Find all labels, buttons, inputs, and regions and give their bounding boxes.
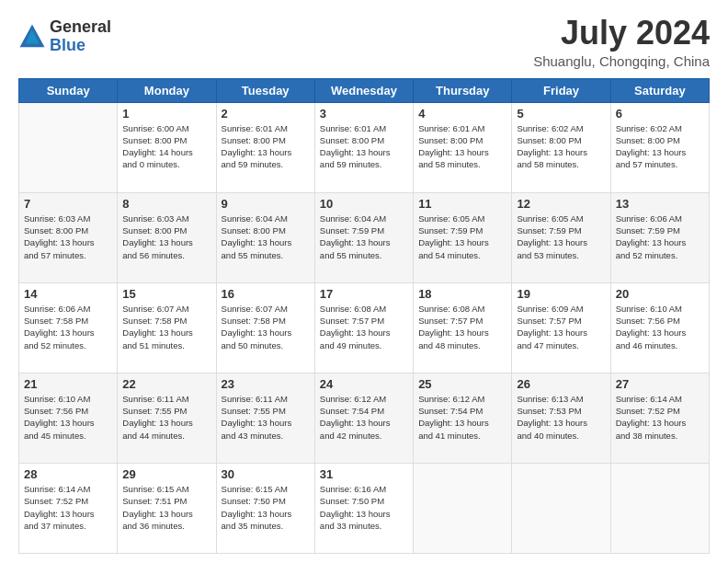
day-number: 28 (24, 467, 112, 481)
col-saturday: Saturday (610, 78, 709, 102)
table-row: 18Sunrise: 6:08 AM Sunset: 7:57 PM Dayli… (414, 282, 512, 373)
day-info: Sunrise: 6:05 AM Sunset: 7:59 PM Dayligh… (517, 213, 605, 261)
day-info: Sunrise: 6:08 AM Sunset: 7:57 PM Dayligh… (320, 303, 408, 351)
day-info: Sunrise: 6:07 AM Sunset: 7:58 PM Dayligh… (122, 303, 210, 351)
day-info: Sunrise: 6:14 AM Sunset: 7:52 PM Dayligh… (24, 483, 112, 532)
table-row (512, 463, 610, 553)
day-info: Sunrise: 6:01 AM Sunset: 8:00 PM Dayligh… (222, 122, 310, 171)
day-info: Sunrise: 6:00 AM Sunset: 8:00 PM Dayligh… (122, 122, 210, 171)
table-row: 1Sunrise: 6:00 AM Sunset: 8:00 PM Daylig… (118, 102, 216, 192)
table-row (414, 463, 512, 553)
day-number: 24 (320, 377, 408, 391)
table-row: 16Sunrise: 6:07 AM Sunset: 7:58 PM Dayli… (216, 282, 314, 373)
table-row: 30Sunrise: 6:15 AM Sunset: 7:50 PM Dayli… (216, 463, 314, 553)
day-info: Sunrise: 6:10 AM Sunset: 7:56 PM Dayligh… (616, 303, 704, 351)
logo-icon (18, 23, 46, 51)
col-wednesday: Wednesday (314, 78, 413, 102)
table-row: 12Sunrise: 6:05 AM Sunset: 7:59 PM Dayli… (512, 192, 610, 282)
col-friday: Friday (512, 78, 610, 102)
table-row: 25Sunrise: 6:12 AM Sunset: 7:54 PM Dayli… (414, 373, 512, 463)
table-row: 31Sunrise: 6:16 AM Sunset: 7:50 PM Dayli… (314, 463, 413, 553)
calendar-table: Sunday Monday Tuesday Wednesday Thursday… (18, 78, 710, 554)
day-number: 3 (320, 107, 408, 121)
table-row: 15Sunrise: 6:07 AM Sunset: 7:58 PM Dayli… (118, 282, 216, 373)
day-number: 16 (222, 287, 310, 301)
day-number: 6 (616, 107, 704, 121)
day-number: 1 (122, 107, 210, 121)
calendar-week-row: 7Sunrise: 6:03 AM Sunset: 8:00 PM Daylig… (19, 192, 710, 282)
day-info: Sunrise: 6:08 AM Sunset: 7:57 PM Dayligh… (418, 303, 506, 351)
day-info: Sunrise: 6:03 AM Sunset: 8:00 PM Dayligh… (24, 213, 112, 261)
table-row: 29Sunrise: 6:15 AM Sunset: 7:51 PM Dayli… (118, 463, 216, 553)
table-row: 17Sunrise: 6:08 AM Sunset: 7:57 PM Dayli… (314, 282, 413, 373)
table-row: 10Sunrise: 6:04 AM Sunset: 7:59 PM Dayli… (314, 192, 413, 282)
table-row: 8Sunrise: 6:03 AM Sunset: 8:00 PM Daylig… (118, 192, 216, 282)
day-info: Sunrise: 6:05 AM Sunset: 7:59 PM Dayligh… (418, 213, 506, 261)
calendar-week-row: 1Sunrise: 6:00 AM Sunset: 8:00 PM Daylig… (19, 102, 710, 192)
day-number: 26 (517, 377, 605, 391)
col-sunday: Sunday (19, 78, 118, 102)
header: General Blue July 2024 Shuanglu, Chongqi… (18, 15, 710, 69)
day-info: Sunrise: 6:07 AM Sunset: 7:58 PM Dayligh… (222, 303, 310, 351)
day-number: 18 (418, 287, 506, 301)
table-row: 22Sunrise: 6:11 AM Sunset: 7:55 PM Dayli… (118, 373, 216, 463)
day-number: 15 (122, 287, 210, 301)
day-info: Sunrise: 6:04 AM Sunset: 7:59 PM Dayligh… (320, 213, 408, 261)
day-number: 13 (616, 197, 704, 211)
day-info: Sunrise: 6:14 AM Sunset: 7:52 PM Dayligh… (616, 393, 704, 442)
table-row: 26Sunrise: 6:13 AM Sunset: 7:53 PM Dayli… (512, 373, 610, 463)
day-info: Sunrise: 6:15 AM Sunset: 7:50 PM Dayligh… (222, 483, 310, 532)
table-row (19, 102, 118, 192)
day-info: Sunrise: 6:01 AM Sunset: 8:00 PM Dayligh… (320, 122, 408, 171)
day-info: Sunrise: 6:11 AM Sunset: 7:55 PM Dayligh… (122, 393, 210, 442)
day-info: Sunrise: 6:02 AM Sunset: 8:00 PM Dayligh… (517, 122, 605, 171)
day-number: 8 (122, 197, 210, 211)
day-info: Sunrise: 6:12 AM Sunset: 7:54 PM Dayligh… (418, 393, 506, 442)
calendar-week-row: 21Sunrise: 6:10 AM Sunset: 7:56 PM Dayli… (19, 373, 710, 463)
day-number: 4 (418, 107, 506, 121)
day-number: 5 (517, 107, 605, 121)
day-info: Sunrise: 6:01 AM Sunset: 8:00 PM Dayligh… (418, 122, 506, 171)
day-info: Sunrise: 6:16 AM Sunset: 7:50 PM Dayligh… (320, 483, 408, 532)
location: Shuanglu, Chongqing, China (533, 53, 710, 69)
day-info: Sunrise: 6:15 AM Sunset: 7:51 PM Dayligh… (122, 483, 210, 532)
day-info: Sunrise: 6:11 AM Sunset: 7:55 PM Dayligh… (222, 393, 310, 442)
table-row: 28Sunrise: 6:14 AM Sunset: 7:52 PM Dayli… (19, 463, 118, 553)
day-number: 7 (24, 197, 112, 211)
table-row: 5Sunrise: 6:02 AM Sunset: 8:00 PM Daylig… (512, 102, 610, 192)
day-number: 11 (418, 197, 506, 211)
day-number: 17 (320, 287, 408, 301)
day-info: Sunrise: 6:03 AM Sunset: 8:00 PM Dayligh… (122, 213, 210, 261)
table-row: 9Sunrise: 6:04 AM Sunset: 8:00 PM Daylig… (216, 192, 314, 282)
day-info: Sunrise: 6:10 AM Sunset: 7:56 PM Dayligh… (24, 393, 112, 442)
calendar-week-row: 28Sunrise: 6:14 AM Sunset: 7:52 PM Dayli… (19, 463, 710, 553)
table-row: 14Sunrise: 6:06 AM Sunset: 7:58 PM Dayli… (19, 282, 118, 373)
day-number: 30 (222, 467, 310, 481)
day-number: 27 (616, 377, 704, 391)
table-row: 13Sunrise: 6:06 AM Sunset: 7:59 PM Dayli… (610, 192, 709, 282)
day-number: 29 (122, 467, 210, 481)
day-info: Sunrise: 6:06 AM Sunset: 7:59 PM Dayligh… (616, 213, 704, 261)
col-tuesday: Tuesday (216, 78, 314, 102)
col-thursday: Thursday (414, 78, 512, 102)
day-info: Sunrise: 6:09 AM Sunset: 7:57 PM Dayligh… (517, 303, 605, 351)
day-number: 21 (24, 377, 112, 391)
day-info: Sunrise: 6:04 AM Sunset: 8:00 PM Dayligh… (222, 213, 310, 261)
calendar-week-row: 14Sunrise: 6:06 AM Sunset: 7:58 PM Dayli… (19, 282, 710, 373)
day-number: 19 (517, 287, 605, 301)
day-number: 23 (222, 377, 310, 391)
day-number: 20 (616, 287, 704, 301)
table-row: 19Sunrise: 6:09 AM Sunset: 7:57 PM Dayli… (512, 282, 610, 373)
day-number: 25 (418, 377, 506, 391)
day-number: 31 (320, 467, 408, 481)
table-row: 23Sunrise: 6:11 AM Sunset: 7:55 PM Dayli… (216, 373, 314, 463)
table-row (610, 463, 709, 553)
table-row: 20Sunrise: 6:10 AM Sunset: 7:56 PM Dayli… (610, 282, 709, 373)
table-row: 27Sunrise: 6:14 AM Sunset: 7:52 PM Dayli… (610, 373, 709, 463)
table-row: 4Sunrise: 6:01 AM Sunset: 8:00 PM Daylig… (414, 102, 512, 192)
day-info: Sunrise: 6:02 AM Sunset: 8:00 PM Dayligh… (616, 122, 704, 171)
page: General Blue July 2024 Shuanglu, Chongqi… (0, 0, 728, 563)
day-info: Sunrise: 6:13 AM Sunset: 7:53 PM Dayligh… (517, 393, 605, 442)
day-info: Sunrise: 6:06 AM Sunset: 7:58 PM Dayligh… (24, 303, 112, 351)
table-row: 24Sunrise: 6:12 AM Sunset: 7:54 PM Dayli… (314, 373, 413, 463)
